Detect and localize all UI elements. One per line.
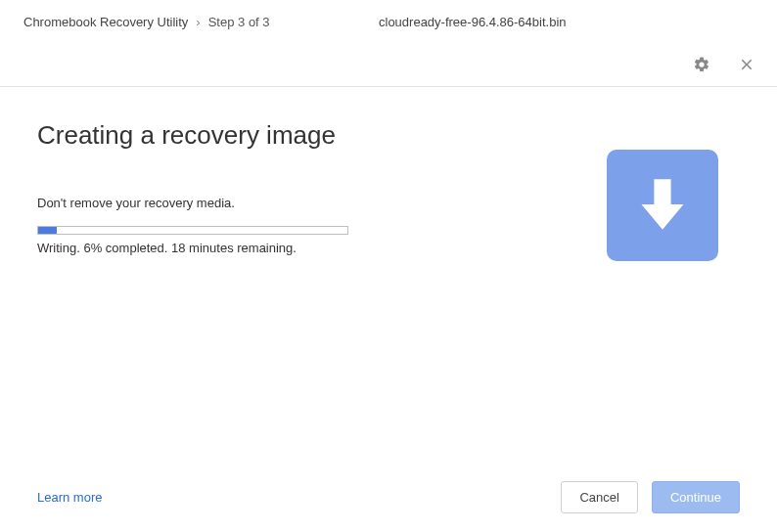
step-indicator: Step 3 of 3 [208, 15, 270, 29]
progress-fill [38, 227, 57, 234]
download-icon [607, 150, 718, 261]
progress-bar [37, 226, 348, 235]
page-title: Creating a recovery image [37, 120, 740, 151]
filename-label: cloudready-free-96.4.86-64bit.bin [379, 15, 567, 29]
learn-more-link[interactable]: Learn more [37, 490, 102, 505]
close-icon[interactable] [738, 56, 755, 73]
toolbar [0, 43, 777, 86]
chevron-right-icon: › [196, 15, 200, 29]
header-bar: Chromebook Recovery Utility › Step 3 of … [0, 0, 777, 43]
app-title: Chromebook Recovery Utility [23, 15, 188, 29]
continue-button[interactable]: Continue [652, 481, 740, 513]
cancel-button[interactable]: Cancel [561, 481, 637, 513]
gear-icon[interactable] [693, 56, 710, 73]
footer: Learn more Cancel Continue [0, 462, 777, 532]
footer-buttons: Cancel Continue [561, 481, 740, 513]
main-content: Creating a recovery image Don't remove y… [0, 87, 777, 462]
